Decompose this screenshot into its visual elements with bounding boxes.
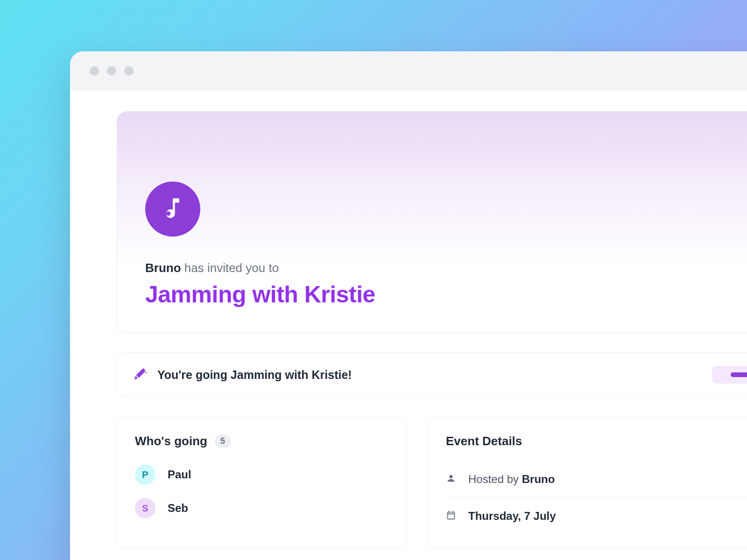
music-icon — [160, 195, 186, 223]
host-row: Hosted by Bruno — [446, 464, 747, 494]
rsvp-status-bar: You're going Jamming with Kristie! — [117, 352, 747, 397]
inviter-name: Bruno — [145, 261, 181, 275]
attendee-row[interactable]: S Seb — [135, 498, 388, 518]
calendar-icon — [446, 510, 457, 522]
event-details-panel: Event Details Hosted by Bruno Thursda — [428, 417, 747, 549]
attendees-panel: Who's going 5 P Paul S Seb — [117, 417, 406, 549]
avatar: P — [135, 464, 155, 485]
person-icon — [446, 473, 457, 485]
host-text: Hosted by Bruno — [468, 473, 555, 486]
window-minimize-dot[interactable] — [107, 66, 116, 76]
event-details-title: Event Details — [446, 434, 522, 448]
browser-window: Bruno has invited you to Jamming with Kr… — [70, 51, 747, 560]
attendee-row[interactable]: P Paul — [135, 464, 388, 485]
window-maximize-dot[interactable] — [124, 66, 134, 76]
invite-suffix: has invited you to — [181, 261, 279, 275]
attendees-title: Who's going — [135, 434, 207, 448]
event-category-badge — [145, 182, 200, 237]
window-close-dot[interactable] — [90, 66, 99, 76]
attendee-name: Paul — [168, 468, 191, 481]
date-text: Thursday, 7 July — [468, 510, 556, 523]
rsvp-action-button[interactable] — [712, 366, 747, 384]
attendee-name: Seb — [168, 502, 188, 515]
rsvp-status-text: You're going Jamming with Kristie! — [157, 368, 352, 382]
window-titlebar — [70, 51, 747, 91]
date-row: Thursday, 7 July — [446, 497, 747, 531]
page-content: Bruno has invited you to Jamming with Kr… — [70, 91, 747, 549]
event-title: Jamming with Kristie — [145, 281, 747, 308]
avatar: S — [135, 498, 155, 518]
invite-line: Bruno has invited you to — [145, 261, 747, 275]
event-hero-card: Bruno has invited you to Jamming with Kr… — [117, 111, 747, 333]
party-popper-icon — [133, 367, 147, 383]
attendees-count-badge: 5 — [215, 434, 231, 448]
